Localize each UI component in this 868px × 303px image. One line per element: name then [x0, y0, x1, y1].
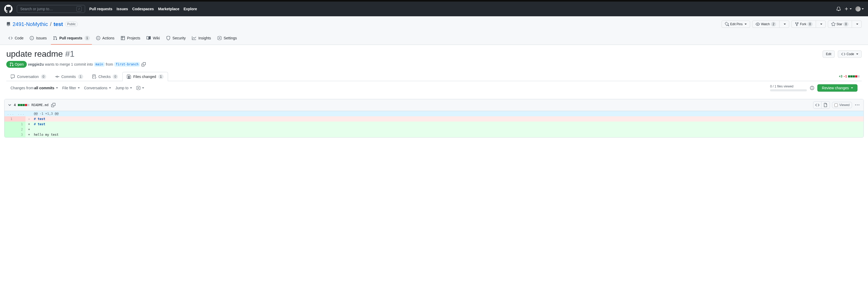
copy-path-button[interactable]	[51, 102, 56, 108]
collapse-file-button[interactable]	[8, 103, 12, 107]
global-search[interactable]: /	[17, 5, 85, 13]
code-content[interactable]: # test	[31, 116, 864, 122]
code-content[interactable]: # test	[31, 122, 864, 127]
tab-checks[interactable]: Checks 0	[88, 72, 123, 81]
watch-button[interactable]: Watch 2	[752, 21, 779, 28]
create-new-button[interactable]	[844, 7, 852, 11]
fork-dropdown[interactable]	[816, 21, 826, 28]
graph-icon	[192, 36, 196, 40]
viewed-checkbox[interactable]: Viewed	[832, 102, 852, 108]
new-line-number[interactable]: 3	[15, 132, 26, 137]
nav-explore[interactable]: Explore	[184, 7, 197, 11]
nav-pull-requests[interactable]: Pull requests 1	[51, 32, 92, 44]
nav-projects[interactable]: Projects	[119, 32, 143, 44]
tab-conversation[interactable]: Conversation 0	[6, 72, 51, 81]
file-name-link[interactable]: README.md	[32, 103, 49, 107]
nav-security[interactable]: Security	[164, 32, 188, 44]
nav-issues[interactable]: Issues	[28, 32, 49, 44]
edit-pins-button[interactable]: Edit Pins	[721, 21, 750, 28]
fork-button[interactable]: Fork 0	[791, 21, 816, 28]
comment-discussion-icon	[11, 74, 15, 79]
review-changes-button[interactable]: Review changes	[817, 84, 858, 92]
nav-codespaces[interactable]: Codespaces	[132, 7, 154, 11]
pr-tabs: Conversation 0 Commits 1 Checks 0 Files …	[6, 72, 862, 81]
nav-insights[interactable]: Insights	[190, 32, 213, 44]
tab-files-changed-count: 1	[158, 74, 163, 79]
expand-hunk-button[interactable]: ...	[15, 111, 26, 116]
repo-name-link[interactable]: test	[54, 21, 63, 27]
new-line-number[interactable]: 1	[15, 122, 26, 127]
nav-wiki[interactable]: Wiki	[145, 32, 162, 44]
conversations-dropdown[interactable]: Conversations	[84, 86, 111, 90]
global-nav: Pull requests Issues Codespaces Marketpl…	[89, 7, 836, 11]
nav-pull-requests[interactable]: Pull requests	[89, 7, 112, 11]
code-dropdown-button[interactable]: Code	[838, 51, 862, 58]
expand-hunk-button[interactable]: ...	[4, 111, 15, 116]
repo-separator: /	[50, 21, 52, 27]
search-input[interactable]	[20, 7, 76, 11]
caret-down-icon	[862, 8, 864, 9]
tab-commits[interactable]: Commits 1	[51, 72, 88, 81]
user-menu[interactable]	[856, 6, 864, 11]
watch-label: Watch	[761, 22, 770, 26]
jump-to-dropdown[interactable]: Jump to	[115, 86, 132, 90]
old-line-number[interactable]	[4, 132, 15, 137]
diff-marker: +	[26, 122, 31, 127]
files-viewed-progress	[770, 89, 807, 91]
github-logo[interactable]	[4, 5, 12, 13]
changes-from-prefix: Changes from	[10, 86, 34, 90]
source-diff-button[interactable]	[813, 101, 822, 109]
review-changes-label: Review changes	[822, 86, 849, 90]
diffstat-summary: +3 −1	[839, 74, 862, 78]
diff-table: ......@@ -1 +1,3 @@1-# test1+# test2+3+h…	[4, 111, 864, 137]
old-line-number[interactable]	[4, 127, 15, 132]
nav-pull-requests-count: 1	[85, 36, 90, 40]
author-link[interactable]: veggie2u	[28, 62, 44, 66]
watch-count: 2	[771, 22, 776, 27]
git-commit-icon	[55, 74, 59, 79]
old-line-number[interactable]	[4, 122, 15, 127]
repo-header: 2491-NoMythic / test Public Edit Pins Wa…	[0, 16, 868, 45]
nav-issues-label: Issues	[36, 34, 46, 42]
file-filter-label: File filter	[62, 86, 76, 90]
diff-line: 1+# test	[4, 122, 864, 127]
file-filter-dropdown[interactable]: File filter	[62, 86, 80, 90]
tab-checks-count: 0	[113, 74, 118, 79]
star-label: Star	[836, 22, 842, 26]
viewed-checkbox-input[interactable]	[834, 103, 838, 107]
nav-marketplace[interactable]: Marketplace	[158, 7, 179, 11]
diff-settings-button[interactable]	[136, 86, 144, 90]
edit-button[interactable]: Edit	[823, 51, 835, 58]
tab-files-changed[interactable]: Files changed 1	[122, 72, 168, 81]
files-viewed-info-button[interactable]	[810, 86, 814, 90]
repo-owner-link[interactable]: 2491-NoMythic	[12, 21, 48, 27]
old-line-number[interactable]: 1	[4, 116, 15, 122]
nav-pull-requests-label: Pull requests	[59, 34, 83, 42]
rich-diff-button[interactable]	[822, 101, 830, 109]
copy-branch-button[interactable]	[141, 62, 146, 67]
code-content[interactable]: hello my test	[31, 132, 864, 137]
new-line-number[interactable]	[15, 116, 26, 122]
nav-issues[interactable]: Issues	[117, 7, 128, 11]
file-menu-button[interactable]	[854, 102, 860, 108]
caret-down-icon	[856, 24, 858, 25]
new-line-number[interactable]: 2	[15, 127, 26, 132]
changes-from-dropdown[interactable]: Changes from all commits	[10, 86, 58, 90]
pr-meta-row: Open veggie2u wants to merge 1 commit in…	[6, 61, 862, 68]
git-pull-request-icon	[9, 62, 14, 66]
base-branch[interactable]: main	[94, 62, 105, 67]
notifications-button[interactable]	[836, 7, 841, 11]
nav-settings[interactable]: Settings	[215, 32, 239, 44]
main-container: update readme #1 Edit Code Open veggie2u…	[0, 45, 868, 99]
watch-dropdown[interactable]	[779, 21, 789, 28]
display-mode-toggle	[813, 101, 830, 109]
star-button[interactable]: Star 0	[828, 21, 852, 28]
star-dropdown[interactable]	[852, 21, 862, 28]
viewed-label: Viewed	[839, 103, 849, 107]
diffstat-deletions: −1	[843, 74, 847, 78]
nav-code[interactable]: Code	[6, 32, 26, 44]
code-content[interactable]	[31, 127, 864, 132]
file-diff-icon	[127, 74, 131, 79]
head-branch[interactable]: first-branch	[114, 62, 140, 67]
nav-actions[interactable]: Actions	[94, 32, 117, 44]
